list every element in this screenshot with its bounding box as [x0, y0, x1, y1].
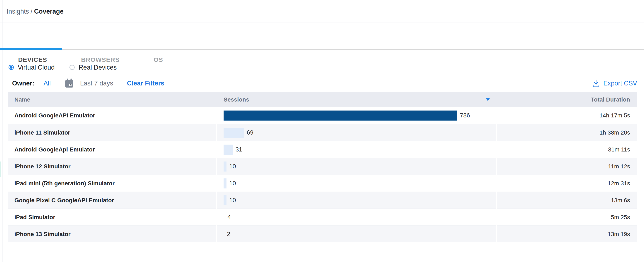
- sessions-bar: [224, 128, 244, 138]
- active-tab-underline: [0, 48, 62, 50]
- radio-dot: [71, 66, 74, 69]
- table-row[interactable]: iPad Simulator 4 5m 25s: [8, 208, 637, 225]
- radio-virtual-cloud-label: Virtual Cloud: [18, 64, 55, 71]
- sessions-bar: [224, 145, 233, 155]
- table-row[interactable]: Android GoogleAPI Emulator 786 14h 17m 5…: [8, 107, 637, 124]
- tab-bar: DEVICESBROWSERSOS: [0, 23, 644, 50]
- device-name-cell: Google Pixel C GoogleAPI Emulator: [8, 192, 216, 208]
- table-row[interactable]: iPhone 11 Simulator 69 1h 38m 20s: [8, 124, 637, 141]
- sessions-value: 10: [229, 180, 236, 187]
- radio-selected-icon[interactable]: [8, 65, 14, 70]
- device-name: Android GoogleApi Emulator: [14, 146, 95, 153]
- sessions-value: 69: [247, 129, 254, 136]
- duration-value: 12m 31s: [608, 180, 630, 187]
- device-name: iPad Simulator: [14, 214, 55, 221]
- download-icon: [593, 79, 599, 88]
- duration-value: 13m 6s: [611, 197, 630, 204]
- calendar-icon[interactable]: [65, 79, 74, 88]
- radio-real-devices-label: Real Devices: [78, 64, 117, 71]
- total-duration-cell: 31m 11s: [498, 141, 637, 158]
- table-row[interactable]: iPad mini (5th generation) Simulator 10 …: [8, 175, 637, 192]
- breadcrumb-separator: /: [29, 8, 34, 15]
- sessions-value: 10: [229, 163, 236, 170]
- device-name: iPad mini (5th generation) Simulator: [14, 180, 115, 187]
- duration-value: 1h 38m 20s: [600, 129, 630, 136]
- export-csv-label: Export CSV: [603, 80, 637, 87]
- breadcrumb-insights-link[interactable]: Insights: [7, 8, 29, 15]
- device-name-cell: iPhone 11 Simulator: [8, 124, 216, 141]
- sessions-cell: 4: [217, 208, 496, 225]
- device-name: iPhone 13 Simulator: [14, 231, 70, 237]
- tab-browsers[interactable]: BROWSERS: [81, 56, 120, 64]
- filter-bar: Owner: All Last 7 days Clear Filters E: [0, 79, 644, 88]
- tab-os[interactable]: OS: [154, 56, 163, 64]
- total-duration-cell: 14h 17m 5s: [498, 107, 637, 124]
- coverage-table: Name Sessions Total Duration Android Goo…: [8, 92, 637, 242]
- radio-virtual-cloud[interactable]: Virtual Cloud: [8, 64, 55, 71]
- radio-dot: [10, 66, 12, 69]
- sessions-cell: 10: [217, 175, 496, 192]
- sessions-bar: [224, 162, 226, 172]
- device-name: Google Pixel C GoogleAPI Emulator: [14, 197, 114, 204]
- sessions-value: 31: [236, 146, 242, 153]
- device-name: Android GoogleAPI Emulator: [14, 112, 95, 119]
- table-body: Android GoogleAPI Emulator 786 14h 17m 5…: [8, 107, 637, 242]
- breadcrumb-current-page: Coverage: [34, 8, 64, 15]
- table-row[interactable]: Google Pixel C GoogleAPI Emulator 10 13m…: [8, 192, 637, 208]
- sessions-cell: 69: [217, 124, 496, 141]
- radio-unselected-icon[interactable]: [70, 65, 75, 70]
- sessions-cell: 2: [217, 225, 496, 242]
- column-header-sessions[interactable]: Sessions: [217, 96, 496, 103]
- duration-value: 5m 25s: [611, 214, 630, 221]
- sessions-bar: [224, 178, 226, 188]
- total-duration-cell: 13m 19s: [498, 225, 637, 242]
- clear-filters-button[interactable]: Clear Filters: [127, 80, 164, 87]
- export-csv-button[interactable]: Export CSV: [593, 79, 637, 88]
- sessions-cell: 786: [217, 107, 496, 124]
- device-name-cell: Android GoogleAPI Emulator: [8, 107, 216, 124]
- device-name-cell: Android GoogleApi Emulator: [8, 141, 216, 158]
- duration-value: 31m 11s: [608, 146, 630, 153]
- left-edge-sliver: [0, 162, 1, 177]
- sessions-cell: 10: [217, 158, 496, 175]
- tab-row: DEVICESBROWSERSOS: [18, 56, 163, 64]
- sessions-header-label: Sessions: [224, 96, 249, 103]
- owner-filter-label: Owner:: [12, 80, 34, 87]
- sessions-value: 4: [228, 214, 231, 221]
- table-row[interactable]: iPhone 12 Simulator 10 11m 12s: [8, 158, 637, 175]
- tab-devices[interactable]: DEVICES: [18, 56, 47, 64]
- device-name-cell: iPad Simulator: [8, 208, 216, 225]
- cloud-type-radio-group: Virtual Cloud Real Devices: [0, 63, 644, 72]
- device-name-cell: iPhone 13 Simulator: [8, 225, 216, 242]
- duration-value: 13m 19s: [608, 231, 630, 237]
- date-range-value[interactable]: Last 7 days: [80, 80, 113, 87]
- sessions-value: 786: [460, 112, 470, 119]
- total-duration-cell: 12m 31s: [498, 175, 637, 192]
- sessions-value: 10: [229, 197, 236, 204]
- duration-value: 11m 12s: [608, 163, 630, 170]
- column-header-total-duration[interactable]: Total Duration: [498, 96, 637, 103]
- table-header-row: Name Sessions Total Duration: [8, 92, 637, 107]
- device-name-cell: iPad mini (5th generation) Simulator: [8, 175, 216, 192]
- sessions-bar: [224, 195, 226, 205]
- breadcrumb: Insights/Coverage: [0, 0, 644, 23]
- radio-real-devices[interactable]: Real Devices: [70, 64, 117, 71]
- total-duration-cell: 13m 6s: [498, 192, 637, 208]
- owner-filter-value[interactable]: All: [44, 80, 51, 87]
- device-name: iPhone 12 Simulator: [14, 163, 70, 170]
- table-row[interactable]: iPhone 13 Simulator 2 13m 19s: [8, 225, 637, 242]
- column-header-name[interactable]: Name: [8, 96, 216, 103]
- device-name: iPhone 11 Simulator: [14, 129, 70, 136]
- tab-divider-line: [0, 49, 644, 50]
- sort-desc-icon[interactable]: [486, 98, 490, 101]
- total-duration-cell: 11m 12s: [498, 158, 637, 175]
- device-name-cell: iPhone 12 Simulator: [8, 158, 216, 175]
- table-row[interactable]: Android GoogleApi Emulator 31 31m 11s: [8, 141, 637, 158]
- date-range-picker[interactable]: [65, 79, 74, 88]
- sessions-cell: 10: [217, 192, 496, 208]
- sessions-cell: 31: [217, 141, 496, 158]
- insights-coverage-page: Insights/Coverage DEVICESBROWSERSOS Virt…: [0, 0, 644, 262]
- sessions-value: 2: [227, 231, 230, 237]
- total-duration-cell: 5m 25s: [498, 208, 637, 225]
- total-duration-cell: 1h 38m 20s: [498, 124, 637, 141]
